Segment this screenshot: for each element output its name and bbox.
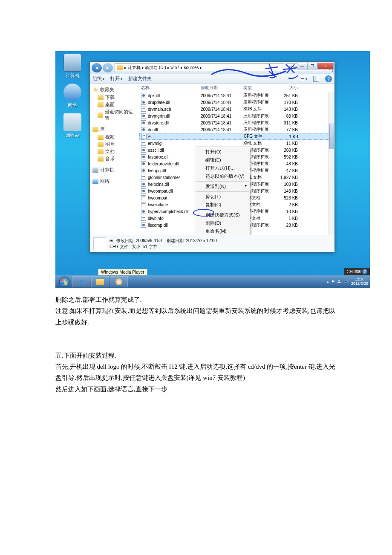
- desktop-icon-network[interactable]: 网络: [60, 84, 85, 109]
- nav-libraries[interactable]: 库: [90, 125, 139, 133]
- preview-pane-icon[interactable]: [313, 76, 319, 82]
- file-icon: [141, 93, 146, 98]
- file-row[interactable]: dpx.dll2009/7/14 18:41应用程序扩展251 KB: [139, 92, 334, 99]
- file-row[interactable]: envmigXML 文档11 KB: [139, 140, 334, 147]
- tray-network-icon[interactable]: 🖧: [337, 280, 341, 284]
- vertical-scrollbar[interactable]: [329, 92, 334, 235]
- taskbar-explorer-button[interactable]: [91, 276, 109, 287]
- desktop-label: 网络: [68, 103, 77, 108]
- breadcrumb[interactable]: ▸ 计算机 ▸ 新加卷 (D:) ▸ win7 ▸ sources ▸: [124, 65, 202, 71]
- open-button[interactable]: 打开: [110, 75, 122, 82]
- col-name[interactable]: 名称: [141, 85, 201, 91]
- tray-flag-icon[interactable]: ⚑: [331, 280, 335, 284]
- svg-rect-3: [61, 282, 64, 285]
- nav-item[interactable]: 视频: [90, 133, 139, 141]
- menu-item[interactable]: 发送到(N): [195, 182, 250, 191]
- folder-icon: [98, 95, 104, 100]
- view-button[interactable]: ☰: [300, 76, 307, 81]
- folder-icon: [98, 113, 103, 118]
- menu-item[interactable]: 剪切(T): [195, 193, 250, 201]
- nav-back-button[interactable]: ◄: [92, 63, 102, 72]
- nav-item[interactable]: 图片: [90, 141, 139, 148]
- computer-icon: [63, 54, 81, 72]
- minimize-button[interactable]: —: [297, 63, 307, 69]
- col-date[interactable]: 修改日期: [201, 85, 243, 91]
- status-bar: ei 修改日期: 2009/5/9 4:53 创建日期: 2012/2/25 1…: [90, 235, 334, 252]
- taskbar-ie-button[interactable]: e: [72, 276, 90, 287]
- menu-item[interactable]: 打开(O): [195, 148, 250, 156]
- ime-indicator[interactable]: CH: [347, 269, 353, 274]
- svg-rect-1: [61, 279, 64, 281]
- desktop-label: 计算机: [66, 73, 80, 78]
- menu-item[interactable]: 打开方式(H)...: [195, 164, 250, 172]
- nav-favorites[interactable]: 收藏夹: [90, 86, 139, 94]
- file-row[interactable]: drvmain.sdb2009/7/14 18:41SDB 文件148 KB: [139, 106, 334, 113]
- menu-item[interactable]: 重命名(M): [195, 227, 250, 235]
- file-icon: [141, 154, 146, 159]
- star-icon: [92, 87, 98, 92]
- ie-icon: e: [80, 278, 84, 286]
- new-folder-button[interactable]: 新建文件夹: [128, 75, 152, 82]
- library-icon: [92, 127, 98, 132]
- context-menu: 打开(O)编辑(E)打开方式(H)...还原以前的版本(V)发送到(N)剪切(T…: [195, 147, 250, 235]
- folder-icon: [98, 102, 104, 107]
- paragraph: 注意:如果不打算现在安装,而是想等到以后系统出问题需要重新安装系统的时候才考虑安…: [55, 305, 337, 328]
- file-row[interactable]: du.dll2009/7/14 18:41应用程序扩展77 KB: [139, 126, 334, 133]
- network-icon: [63, 84, 81, 101]
- menu-item[interactable]: 复制(C): [195, 201, 250, 209]
- col-size[interactable]: 大小: [274, 85, 298, 91]
- toolbar: 组织 打开 新建文件夹 ☰ ?: [90, 74, 334, 84]
- tray-clock[interactable]: 12:18 2012/2/25: [351, 278, 368, 286]
- system-tray[interactable]: ▴ ⚑ 🖧 🔊 12:18 2012/2/25: [327, 278, 368, 286]
- maximize-button[interactable]: ❐: [307, 63, 317, 69]
- nav-computer[interactable]: 计算机: [90, 166, 139, 174]
- folder-icon: [117, 65, 123, 70]
- tray-volume-icon[interactable]: 🔊: [344, 280, 349, 284]
- svg-point-0: [59, 277, 69, 287]
- file-row[interactable]: drupdate.dll2009/7/14 18:41应用程序扩展170 KB: [139, 99, 334, 106]
- file-icon: [141, 134, 147, 139]
- menu-item[interactable]: 还原以前的版本(V): [195, 172, 250, 180]
- ime-help-icon[interactable]: ?: [362, 269, 367, 274]
- column-headers[interactable]: 名称 修改日期 类型 大小: [139, 84, 334, 92]
- nav-item[interactable]: 桌面: [90, 101, 139, 108]
- file-icon: [141, 147, 146, 153]
- nav-item[interactable]: 下载: [90, 94, 139, 101]
- nav-item[interactable]: 音乐: [90, 155, 139, 162]
- file-row[interactable]: drvmgrtn.dll2009/7/14 18:41应用程序扩展83 KB: [139, 113, 334, 119]
- file-icon: [141, 182, 146, 187]
- scrollbar-thumb[interactable]: [329, 124, 334, 149]
- address-bar[interactable]: ▸ 计算机 ▸ 新加卷 (D:) ▸ win7 ▸ sources ▸: [115, 64, 284, 72]
- navigation-pane: 收藏夹 下载桌面最近访问的位置 库 视频图片文档音乐 计算机 网络: [90, 84, 139, 235]
- file-icon: [141, 195, 146, 200]
- desktop-icon-computer[interactable]: 计算机: [60, 54, 85, 79]
- tray-chevron-icon[interactable]: ▴: [327, 280, 329, 284]
- col-type[interactable]: 类型: [243, 85, 274, 91]
- menu-item[interactable]: 编辑(E): [195, 156, 250, 164]
- ime-keyboard-icon[interactable]: ⌨: [355, 269, 360, 274]
- nav-item[interactable]: 最近访问的位置: [90, 108, 139, 122]
- status-filename: ei: [110, 238, 113, 243]
- file-row[interactable]: eiCFG 文件1 KB: [139, 133, 334, 140]
- nav-item[interactable]: 文档: [90, 148, 139, 155]
- taskbar-wmp-button[interactable]: [110, 276, 128, 287]
- help-icon[interactable]: ?: [325, 75, 332, 82]
- file-row[interactable]: drvstore.dll2009/7/14 18:41应用程序扩展311 KB: [139, 119, 334, 126]
- titlebar[interactable]: ◄ ► ▸ 计算机 ▸ 新加卷 (D:) ▸ win7 ▸ sources ▸ …: [90, 62, 334, 74]
- desktop-label: 回收站: [66, 133, 80, 138]
- menu-item[interactable]: 创建快捷方式(S): [195, 211, 250, 219]
- menu-item[interactable]: 删除(D): [195, 219, 250, 227]
- file-icon: [141, 223, 146, 228]
- nav-forward-button[interactable]: ►: [103, 63, 113, 72]
- close-button[interactable]: ×: [317, 63, 334, 69]
- file-icon: [141, 141, 146, 146]
- computer-icon: [92, 168, 98, 173]
- start-button[interactable]: [57, 275, 72, 288]
- file-icon: [141, 202, 146, 207]
- file-icon: [141, 209, 146, 214]
- nav-network[interactable]: 网络: [90, 177, 139, 185]
- organize-button[interactable]: 组织: [92, 75, 104, 82]
- network-icon: [92, 179, 98, 184]
- desktop-icon-recycle[interactable]: 回收站: [60, 113, 85, 139]
- ime-language-bar[interactable]: CH ⌨ ?: [344, 268, 370, 275]
